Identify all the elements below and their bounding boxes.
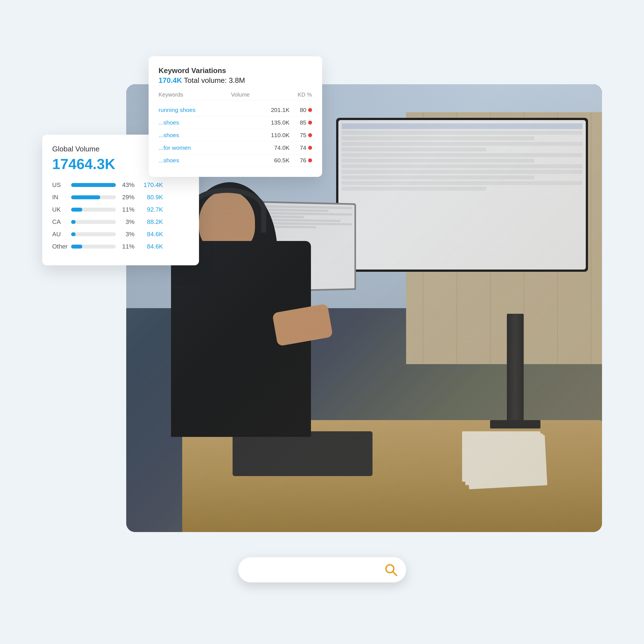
volume-row: IN 29% 80.9K <box>52 194 189 201</box>
volume-row: US 43% 170.4K <box>52 181 189 189</box>
keyword-row: ...shoes 135.0K 85 <box>159 116 312 129</box>
keyword-volume: 201.1K <box>256 107 290 113</box>
volume-bar-bg <box>71 183 116 187</box>
col-volume-header: Volume <box>231 92 250 98</box>
keyword-variations-subtitle: 170.4K Total volume: 3.8M <box>159 76 312 85</box>
volume-pct: 11% <box>119 206 135 213</box>
volume-country: Other <box>52 243 68 250</box>
search-bar[interactable] <box>238 557 406 582</box>
volume-row: AU 3% 84.6K <box>52 231 189 238</box>
volume-pct: 11% <box>119 243 135 250</box>
keyword-volume: 135.0K <box>256 119 290 126</box>
keyword-name: ...shoes <box>159 157 256 164</box>
keyword-row: ...shoes 60.5K 76 <box>159 154 312 167</box>
volume-bar-fill <box>71 195 100 199</box>
volume-pct: 3% <box>119 218 135 226</box>
kd-difficulty-dot <box>308 158 312 162</box>
keyword-name: ...for women <box>159 144 256 151</box>
volume-num: 84.6K <box>138 231 163 238</box>
volume-row: UK 11% 92.7K <box>52 206 189 213</box>
volume-country: CA <box>52 218 68 226</box>
keyword-volume: 74.0K <box>256 144 290 151</box>
volume-num: 170.4K <box>138 181 163 189</box>
keyword-row: ...shoes 110.0K 75 <box>159 129 312 142</box>
volume-num: 92.7K <box>138 206 163 213</box>
svg-line-1 <box>393 572 397 575</box>
keyword-kd: 76 <box>290 157 312 164</box>
keyword-total-count: 170.4K <box>159 76 182 85</box>
volume-bar-bg <box>71 245 116 249</box>
keyword-volume: 60.5K <box>256 157 290 164</box>
volume-row: Other 11% 84.6K <box>52 243 189 250</box>
volume-country: UK <box>52 206 68 213</box>
volume-bar-fill <box>71 245 82 249</box>
volume-num: 80.9K <box>138 194 163 201</box>
volume-row: CA 3% 88.2K <box>52 218 189 226</box>
keyword-kd: 85 <box>290 119 312 126</box>
keyword-volume: 110.0K <box>256 132 290 139</box>
volume-num: 88.2K <box>138 218 163 226</box>
keyword-kd: 80 <box>290 107 312 113</box>
keyword-variations-card: Keyword Variations 170.4K Total volume: … <box>149 56 322 177</box>
keyword-rows-container: running shoes 201.1K 80 ...shoes 135.0K … <box>159 104 312 167</box>
keyword-row: ...for women 74.0K 74 <box>159 142 312 154</box>
volume-country: US <box>52 181 68 189</box>
volume-bar-bg <box>71 232 116 236</box>
keyword-name: running shoes <box>159 107 256 113</box>
volume-bar-bg <box>71 195 116 199</box>
volume-bar-fill <box>71 183 116 187</box>
volume-bar-fill <box>71 220 76 224</box>
volume-pct: 43% <box>119 181 135 189</box>
keyword-table-header: Keywords Volume KD % <box>159 92 312 100</box>
kd-difficulty-dot <box>308 108 312 112</box>
keyword-total-volume-label: Total volume: 3.8M <box>182 76 245 85</box>
keyword-name: ...shoes <box>159 119 256 126</box>
volume-pct: 29% <box>119 194 135 201</box>
volume-bar-fill <box>71 208 82 212</box>
col-kd-header: KD % <box>298 92 312 98</box>
volume-country: AU <box>52 231 68 238</box>
keyword-name: ...shoes <box>159 132 256 139</box>
kd-difficulty-dot <box>308 121 312 125</box>
volume-rows-container: US 43% 170.4K IN 29% 80.9K UK 11% 92.7K … <box>52 181 189 250</box>
volume-bar-fill <box>71 232 76 236</box>
volume-bar-bg <box>71 220 116 224</box>
keyword-kd: 75 <box>290 132 312 139</box>
volume-pct: 3% <box>119 231 135 238</box>
keyword-kd: 74 <box>290 144 312 151</box>
kd-difficulty-dot <box>308 146 312 150</box>
col-keywords-header: Keywords <box>159 92 183 98</box>
volume-bar-bg <box>71 208 116 212</box>
volume-country: IN <box>52 194 68 201</box>
keyword-variations-title: Keyword Variations <box>159 66 312 75</box>
kd-difficulty-dot <box>308 133 312 137</box>
scene: Global Volume 17464.3K US 43% 170.4K IN … <box>42 28 602 616</box>
search-icon <box>384 563 398 577</box>
volume-num: 84.6K <box>138 243 163 250</box>
keyword-row: running shoes 201.1K 80 <box>159 104 312 116</box>
